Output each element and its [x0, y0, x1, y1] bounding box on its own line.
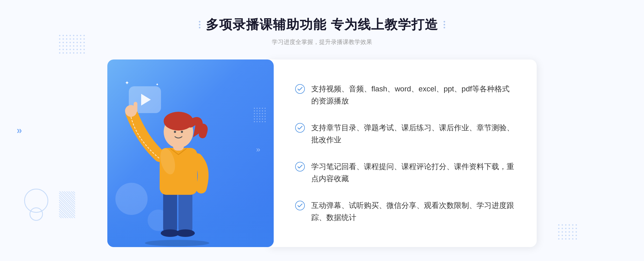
check-circle-icon-1 — [295, 84, 305, 94]
dots-decoration-bottom-right — [558, 224, 577, 240]
illustration-card: ✦ ✦ » — [107, 59, 274, 247]
svg-point-0 — [145, 240, 209, 246]
check-circle-icon-3 — [295, 162, 305, 171]
person-illustration — [123, 86, 241, 247]
title-decorator-left — [199, 21, 200, 28]
svg-rect-2 — [178, 188, 192, 234]
feature-text-1: 支持视频、音频、flash、word、excel、ppt、pdf等各种格式的资源… — [311, 83, 515, 107]
check-circle-icon-4 — [295, 201, 305, 210]
card-grid-dots — [254, 108, 266, 122]
feature-text-2: 支持章节目录、弹题考试、课后练习、课后作业、章节测验、批改作业 — [311, 122, 515, 146]
title-decorator-right — [444, 21, 445, 28]
sparkle-icon-1: ✦ — [125, 80, 129, 86]
svg-point-4 — [176, 229, 195, 237]
svg-point-11 — [174, 131, 176, 133]
svg-point-15 — [295, 123, 305, 132]
svg-rect-1 — [163, 188, 177, 234]
check-circle-icon-2 — [295, 123, 305, 133]
left-chevron-icon: » — [17, 125, 22, 136]
header-section: 多项录播课辅助功能 专为线上教学打造 学习进度全掌握，提升录播课教学效果 — [199, 16, 445, 46]
feature-item-3: 学习笔记回看、课程提问、课程评论打分、课件资料下载，重点内容收藏 — [295, 161, 515, 185]
svg-rect-7 — [134, 102, 137, 113]
feature-item-2: 支持章节目录、弹题考试、课后练习、课后作业、章节测验、批改作业 — [295, 122, 515, 146]
deco-circle-small — [30, 207, 43, 221]
features-card: 支持视频、音频、flash、word、excel、ppt、pdf等各种格式的资源… — [268, 59, 537, 247]
sparkle-icon-2: ✦ — [156, 82, 159, 87]
feature-text-3: 学习笔记回看、课程提问、课程评论打分、课件资料下载，重点内容收藏 — [311, 161, 515, 185]
content-area: ✦ ✦ » — [107, 59, 537, 247]
svg-point-16 — [295, 162, 305, 171]
page-wrapper: » 多项录播课辅助功能 专为线上教学打造 学习进度全掌握，提升录播课教学效果 ✦… — [0, 0, 644, 261]
svg-point-17 — [295, 201, 305, 210]
feature-item-4: 互动弹幕、试听购买、微信分享、观看次数限制、学习进度跟踪、数据统计 — [295, 200, 515, 224]
card-chevron-icon: » — [256, 145, 260, 154]
feature-text-4: 互动弹幕、试听购买、微信分享、观看次数限制、学习进度跟踪、数据统计 — [311, 200, 515, 224]
main-title-wrapper: 多项录播课辅助功能 专为线上教学打造 — [199, 16, 445, 33]
dots-decoration-top-left — [59, 35, 85, 54]
sub-title: 学习进度全掌握，提升录播课教学效果 — [199, 38, 445, 46]
stripes-decoration — [59, 191, 75, 218]
svg-point-12 — [181, 131, 183, 133]
svg-point-14 — [295, 84, 305, 94]
main-title: 多项录播课辅助功能 专为线上教学打造 — [206, 16, 438, 33]
feature-item-1: 支持视频、音频、flash、word、excel、ppt、pdf等各种格式的资源… — [295, 83, 515, 107]
